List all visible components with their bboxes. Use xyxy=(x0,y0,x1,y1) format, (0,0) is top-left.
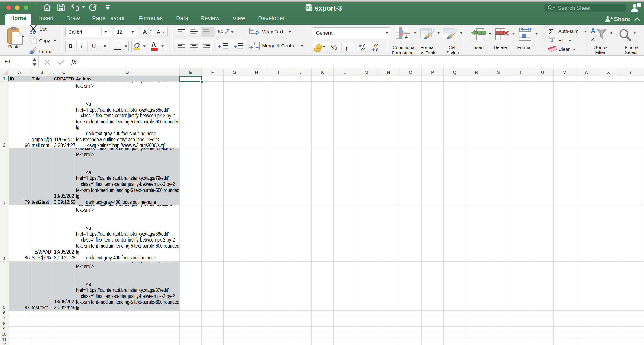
svg-text:.00: .00 xyxy=(360,48,366,52)
svg-text:≠: ≠ xyxy=(405,34,408,40)
svg-text:.0: .0 xyxy=(362,44,366,48)
svg-text:.0: .0 xyxy=(375,48,378,52)
svg-text:X: X xyxy=(306,6,308,10)
svg-text:.00: .00 xyxy=(373,44,378,48)
